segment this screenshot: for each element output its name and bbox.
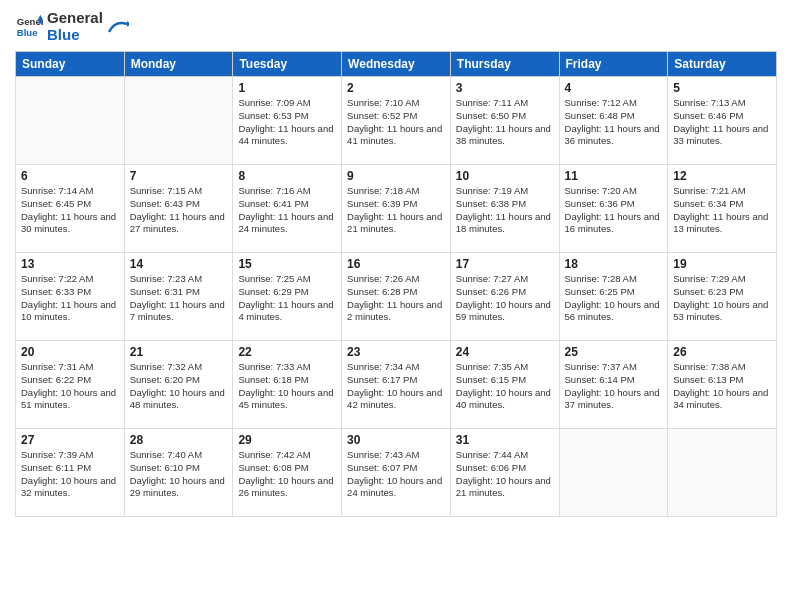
day-number: 15	[238, 257, 336, 271]
day-number: 5	[673, 81, 771, 95]
calendar-body: 1Sunrise: 7:09 AM Sunset: 6:53 PM Daylig…	[16, 77, 777, 517]
logo-blue: Blue	[47, 27, 103, 44]
day-info: Sunrise: 7:19 AM Sunset: 6:38 PM Dayligh…	[456, 185, 554, 236]
day-cell-3: 3Sunrise: 7:11 AM Sunset: 6:50 PM Daylig…	[450, 77, 559, 165]
day-info: Sunrise: 7:18 AM Sunset: 6:39 PM Dayligh…	[347, 185, 445, 236]
day-number: 10	[456, 169, 554, 183]
day-info: Sunrise: 7:35 AM Sunset: 6:15 PM Dayligh…	[456, 361, 554, 412]
day-number: 1	[238, 81, 336, 95]
day-info: Sunrise: 7:28 AM Sunset: 6:25 PM Dayligh…	[565, 273, 663, 324]
day-header-monday: Monday	[124, 52, 233, 77]
day-number: 3	[456, 81, 554, 95]
day-info: Sunrise: 7:26 AM Sunset: 6:28 PM Dayligh…	[347, 273, 445, 324]
day-cell-13: 13Sunrise: 7:22 AM Sunset: 6:33 PM Dayli…	[16, 253, 125, 341]
day-cell-1: 1Sunrise: 7:09 AM Sunset: 6:53 PM Daylig…	[233, 77, 342, 165]
day-cell-empty-4-6	[668, 429, 777, 517]
day-cell-12: 12Sunrise: 7:21 AM Sunset: 6:34 PM Dayli…	[668, 165, 777, 253]
day-number: 18	[565, 257, 663, 271]
days-header-row: SundayMondayTuesdayWednesdayThursdayFrid…	[16, 52, 777, 77]
day-info: Sunrise: 7:32 AM Sunset: 6:20 PM Dayligh…	[130, 361, 228, 412]
day-cell-28: 28Sunrise: 7:40 AM Sunset: 6:10 PM Dayli…	[124, 429, 233, 517]
logo-swoosh-icon	[107, 18, 129, 36]
week-row-3: 13Sunrise: 7:22 AM Sunset: 6:33 PM Dayli…	[16, 253, 777, 341]
day-info: Sunrise: 7:34 AM Sunset: 6:17 PM Dayligh…	[347, 361, 445, 412]
day-info: Sunrise: 7:25 AM Sunset: 6:29 PM Dayligh…	[238, 273, 336, 324]
day-info: Sunrise: 7:39 AM Sunset: 6:11 PM Dayligh…	[21, 449, 119, 500]
day-info: Sunrise: 7:22 AM Sunset: 6:33 PM Dayligh…	[21, 273, 119, 324]
day-number: 7	[130, 169, 228, 183]
day-cell-29: 29Sunrise: 7:42 AM Sunset: 6:08 PM Dayli…	[233, 429, 342, 517]
day-number: 6	[21, 169, 119, 183]
day-cell-18: 18Sunrise: 7:28 AM Sunset: 6:25 PM Dayli…	[559, 253, 668, 341]
day-cell-24: 24Sunrise: 7:35 AM Sunset: 6:15 PM Dayli…	[450, 341, 559, 429]
day-number: 2	[347, 81, 445, 95]
day-info: Sunrise: 7:10 AM Sunset: 6:52 PM Dayligh…	[347, 97, 445, 148]
week-row-4: 20Sunrise: 7:31 AM Sunset: 6:22 PM Dayli…	[16, 341, 777, 429]
day-number: 17	[456, 257, 554, 271]
day-info: Sunrise: 7:44 AM Sunset: 6:06 PM Dayligh…	[456, 449, 554, 500]
day-cell-21: 21Sunrise: 7:32 AM Sunset: 6:20 PM Dayli…	[124, 341, 233, 429]
day-cell-19: 19Sunrise: 7:29 AM Sunset: 6:23 PM Dayli…	[668, 253, 777, 341]
day-header-sunday: Sunday	[16, 52, 125, 77]
day-number: 20	[21, 345, 119, 359]
day-info: Sunrise: 7:27 AM Sunset: 6:26 PM Dayligh…	[456, 273, 554, 324]
day-number: 30	[347, 433, 445, 447]
day-cell-6: 6Sunrise: 7:14 AM Sunset: 6:45 PM Daylig…	[16, 165, 125, 253]
day-number: 16	[347, 257, 445, 271]
day-cell-11: 11Sunrise: 7:20 AM Sunset: 6:36 PM Dayli…	[559, 165, 668, 253]
day-cell-10: 10Sunrise: 7:19 AM Sunset: 6:38 PM Dayli…	[450, 165, 559, 253]
day-number: 11	[565, 169, 663, 183]
day-cell-empty-4-5	[559, 429, 668, 517]
day-info: Sunrise: 7:43 AM Sunset: 6:07 PM Dayligh…	[347, 449, 445, 500]
day-cell-25: 25Sunrise: 7:37 AM Sunset: 6:14 PM Dayli…	[559, 341, 668, 429]
day-info: Sunrise: 7:37 AM Sunset: 6:14 PM Dayligh…	[565, 361, 663, 412]
day-number: 29	[238, 433, 336, 447]
day-info: Sunrise: 7:16 AM Sunset: 6:41 PM Dayligh…	[238, 185, 336, 236]
day-cell-22: 22Sunrise: 7:33 AM Sunset: 6:18 PM Dayli…	[233, 341, 342, 429]
day-header-wednesday: Wednesday	[342, 52, 451, 77]
svg-text:Blue: Blue	[17, 26, 38, 37]
calendar-container: General Blue General Blue SundayMondayTu…	[0, 0, 792, 612]
day-cell-9: 9Sunrise: 7:18 AM Sunset: 6:39 PM Daylig…	[342, 165, 451, 253]
week-row-1: 1Sunrise: 7:09 AM Sunset: 6:53 PM Daylig…	[16, 77, 777, 165]
day-number: 12	[673, 169, 771, 183]
day-number: 27	[21, 433, 119, 447]
day-number: 26	[673, 345, 771, 359]
day-cell-empty-0-0	[16, 77, 125, 165]
day-number: 14	[130, 257, 228, 271]
day-number: 24	[456, 345, 554, 359]
day-number: 13	[21, 257, 119, 271]
day-info: Sunrise: 7:20 AM Sunset: 6:36 PM Dayligh…	[565, 185, 663, 236]
day-cell-26: 26Sunrise: 7:38 AM Sunset: 6:13 PM Dayli…	[668, 341, 777, 429]
logo-icon: General Blue	[15, 13, 43, 41]
day-number: 22	[238, 345, 336, 359]
day-info: Sunrise: 7:11 AM Sunset: 6:50 PM Dayligh…	[456, 97, 554, 148]
day-cell-31: 31Sunrise: 7:44 AM Sunset: 6:06 PM Dayli…	[450, 429, 559, 517]
day-info: Sunrise: 7:42 AM Sunset: 6:08 PM Dayligh…	[238, 449, 336, 500]
day-header-friday: Friday	[559, 52, 668, 77]
day-cell-23: 23Sunrise: 7:34 AM Sunset: 6:17 PM Dayli…	[342, 341, 451, 429]
day-number: 19	[673, 257, 771, 271]
day-cell-7: 7Sunrise: 7:15 AM Sunset: 6:43 PM Daylig…	[124, 165, 233, 253]
day-info: Sunrise: 7:23 AM Sunset: 6:31 PM Dayligh…	[130, 273, 228, 324]
day-cell-empty-0-1	[124, 77, 233, 165]
day-header-tuesday: Tuesday	[233, 52, 342, 77]
day-info: Sunrise: 7:14 AM Sunset: 6:45 PM Dayligh…	[21, 185, 119, 236]
day-cell-14: 14Sunrise: 7:23 AM Sunset: 6:31 PM Dayli…	[124, 253, 233, 341]
day-number: 8	[238, 169, 336, 183]
logo-general: General	[47, 10, 103, 27]
day-info: Sunrise: 7:33 AM Sunset: 6:18 PM Dayligh…	[238, 361, 336, 412]
day-number: 9	[347, 169, 445, 183]
day-cell-16: 16Sunrise: 7:26 AM Sunset: 6:28 PM Dayli…	[342, 253, 451, 341]
day-cell-5: 5Sunrise: 7:13 AM Sunset: 6:46 PM Daylig…	[668, 77, 777, 165]
calendar-table: SundayMondayTuesdayWednesdayThursdayFrid…	[15, 51, 777, 517]
day-cell-8: 8Sunrise: 7:16 AM Sunset: 6:41 PM Daylig…	[233, 165, 342, 253]
day-info: Sunrise: 7:40 AM Sunset: 6:10 PM Dayligh…	[130, 449, 228, 500]
day-info: Sunrise: 7:31 AM Sunset: 6:22 PM Dayligh…	[21, 361, 119, 412]
logo: General Blue General Blue	[15, 10, 129, 43]
day-number: 21	[130, 345, 228, 359]
day-header-saturday: Saturday	[668, 52, 777, 77]
day-cell-2: 2Sunrise: 7:10 AM Sunset: 6:52 PM Daylig…	[342, 77, 451, 165]
day-info: Sunrise: 7:09 AM Sunset: 6:53 PM Dayligh…	[238, 97, 336, 148]
day-cell-20: 20Sunrise: 7:31 AM Sunset: 6:22 PM Dayli…	[16, 341, 125, 429]
